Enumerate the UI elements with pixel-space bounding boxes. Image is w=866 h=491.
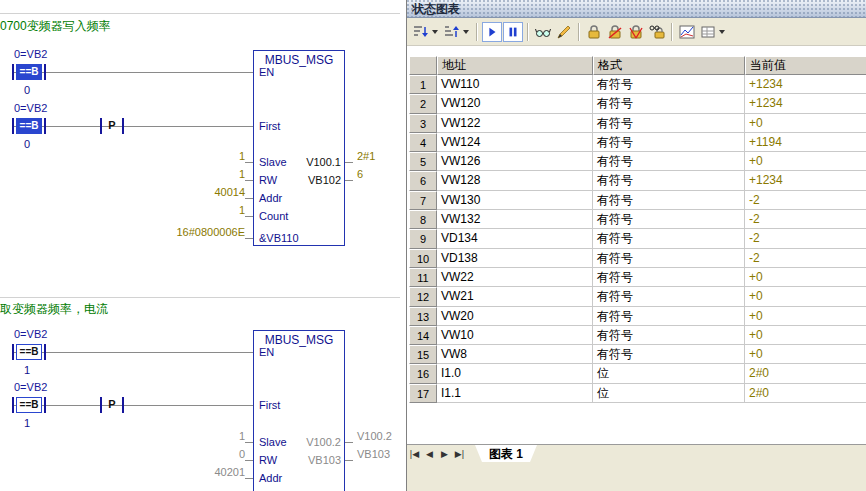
- current-value-cell[interactable]: +0: [745, 287, 866, 306]
- read-all-forced-icon[interactable]: [647, 22, 667, 42]
- row-number-cell[interactable]: 15: [409, 345, 437, 364]
- current-value-cell[interactable]: +0: [745, 326, 866, 345]
- format-cell[interactable]: 位: [593, 364, 745, 383]
- row-number-cell[interactable]: 3: [409, 114, 437, 133]
- format-cell[interactable]: 有符号: [593, 210, 745, 229]
- input-value-rw[interactable]: 0: [239, 448, 245, 460]
- current-value-cell[interactable]: -2: [745, 229, 866, 248]
- current-value-cell[interactable]: +0: [745, 152, 866, 171]
- current-value-cell[interactable]: +1234: [745, 94, 866, 113]
- row-number-cell[interactable]: 13: [409, 307, 437, 326]
- format-cell[interactable]: 有符号: [593, 345, 745, 364]
- row-number-cell[interactable]: 9: [409, 229, 437, 248]
- chart-status-on-button[interactable]: [482, 22, 502, 42]
- current-value-cell[interactable]: +0: [745, 307, 866, 326]
- row-number-cell[interactable]: 4: [409, 133, 437, 152]
- current-value-cell[interactable]: -2: [745, 249, 866, 268]
- chart-tab-1[interactable]: 图表 1: [475, 445, 537, 462]
- input-value-slave[interactable]: 1: [239, 150, 245, 162]
- format-cell[interactable]: 有符号: [593, 114, 745, 133]
- input-value-addr[interactable]: 40014: [214, 186, 245, 198]
- unforce-all-lock-icon[interactable]: [626, 22, 646, 42]
- current-value-cell[interactable]: -2: [745, 210, 866, 229]
- format-cell[interactable]: 有符号: [593, 307, 745, 326]
- current-value-cell[interactable]: 2#0: [745, 384, 866, 403]
- chart-status-pause-button[interactable]: [503, 22, 523, 42]
- address-cell[interactable]: VW120: [437, 94, 593, 113]
- address-cell[interactable]: VW130: [437, 191, 593, 210]
- next-tab-button[interactable]: ▶: [437, 445, 452, 462]
- current-value-cell[interactable]: +0: [745, 345, 866, 364]
- format-cell[interactable]: 有符号: [593, 191, 745, 210]
- format-cell[interactable]: 有符号: [593, 94, 745, 113]
- contact-operand[interactable]: 0=VB2: [14, 48, 47, 60]
- current-value-cell[interactable]: +1234: [745, 171, 866, 190]
- row-number-cell[interactable]: 6: [409, 171, 437, 190]
- current-value-cell[interactable]: 2#0: [745, 364, 866, 383]
- format-cell[interactable]: 有符号: [593, 152, 745, 171]
- row-number-cell[interactable]: 12: [409, 287, 437, 306]
- contact-operand[interactable]: 0=VB2: [14, 328, 47, 340]
- corner-header-cell[interactable]: [409, 56, 437, 75]
- format-cell[interactable]: 有符号: [593, 133, 745, 152]
- current-value-cell[interactable]: +0: [745, 268, 866, 287]
- contact-operand[interactable]: 0=VB2: [14, 381, 47, 393]
- address-cell[interactable]: VD138: [437, 249, 593, 268]
- compare-contact[interactable]: ==B: [12, 118, 46, 134]
- row-number-cell[interactable]: 11: [409, 268, 437, 287]
- format-cell[interactable]: 有符号: [593, 326, 745, 345]
- chart-options-dropdown-icon[interactable]: [719, 30, 725, 34]
- network1-comment[interactable]: 0700变频器写入频率: [0, 18, 111, 35]
- unforce-lock-icon[interactable]: [605, 22, 625, 42]
- current-value-cell[interactable]: -2: [745, 191, 866, 210]
- input-value-addr[interactable]: 40201: [214, 466, 245, 478]
- row-number-cell[interactable]: 16: [409, 364, 437, 383]
- input-value-count[interactable]: 1: [239, 204, 245, 216]
- contact-operand[interactable]: 0=VB2: [14, 102, 47, 114]
- current-value-cell[interactable]: +1194: [745, 133, 866, 152]
- current-value-cell[interactable]: +0: [745, 114, 866, 133]
- sort-ascending-icon[interactable]: [411, 22, 431, 42]
- format-cell[interactable]: 有符号: [593, 75, 745, 94]
- row-number-cell[interactable]: 2: [409, 94, 437, 113]
- column-header-address[interactable]: 地址: [437, 56, 593, 75]
- address-cell[interactable]: VW8: [437, 345, 593, 364]
- row-number-cell[interactable]: 17: [409, 384, 437, 403]
- positive-edge-contact[interactable]: P: [100, 118, 124, 134]
- sort-descending-icon[interactable]: [442, 22, 462, 42]
- address-cell[interactable]: VW122: [437, 114, 593, 133]
- current-value-cell[interactable]: +1234: [745, 75, 866, 94]
- last-tab-button[interactable]: ▶|: [452, 445, 467, 462]
- column-header-format[interactable]: 格式: [593, 56, 745, 75]
- format-cell[interactable]: 有符号: [593, 229, 745, 248]
- compare-contact[interactable]: ==B: [12, 64, 46, 80]
- sort-ascending-dropdown-icon[interactable]: [432, 30, 438, 34]
- format-cell[interactable]: 位: [593, 384, 745, 403]
- first-tab-button[interactable]: |◀: [407, 445, 422, 462]
- row-number-cell[interactable]: 5: [409, 152, 437, 171]
- address-cell[interactable]: VW128: [437, 171, 593, 190]
- column-header-value[interactable]: 当前值: [745, 56, 866, 75]
- address-cell[interactable]: VW124: [437, 133, 593, 152]
- input-value-rw[interactable]: 1: [239, 168, 245, 180]
- compare-contact[interactable]: ==B: [12, 344, 46, 360]
- address-cell[interactable]: VD134: [437, 229, 593, 248]
- row-number-cell[interactable]: 14: [409, 326, 437, 345]
- error-operand[interactable]: VB103: [308, 454, 341, 466]
- network2-comment[interactable]: 取变频器频率，电流: [0, 301, 108, 318]
- format-cell[interactable]: 有符号: [593, 171, 745, 190]
- single-read-glasses-icon[interactable]: [533, 22, 553, 42]
- address-cell[interactable]: VW10: [437, 326, 593, 345]
- done-operand[interactable]: V100.1: [306, 156, 341, 168]
- force-lock-icon[interactable]: [584, 22, 604, 42]
- address-cell[interactable]: VW110: [437, 75, 593, 94]
- row-number-cell[interactable]: 8: [409, 210, 437, 229]
- format-cell[interactable]: 有符号: [593, 287, 745, 306]
- address-cell[interactable]: I1.0: [437, 364, 593, 383]
- positive-edge-contact[interactable]: P: [100, 397, 124, 413]
- write-all-pencil-icon[interactable]: [554, 22, 574, 42]
- address-cell[interactable]: VW21: [437, 287, 593, 306]
- format-cell[interactable]: 有符号: [593, 249, 745, 268]
- prev-tab-button[interactable]: ◀: [422, 445, 437, 462]
- row-number-cell[interactable]: 7: [409, 191, 437, 210]
